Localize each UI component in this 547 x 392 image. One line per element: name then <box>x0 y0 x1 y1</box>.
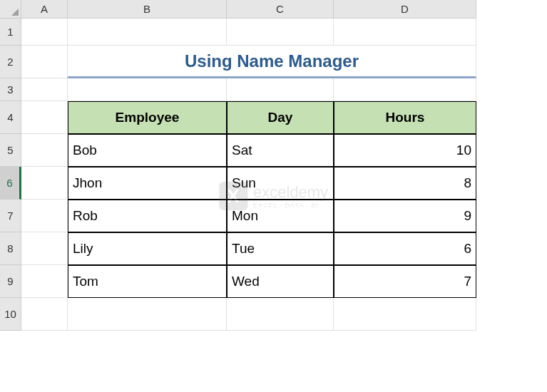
table-row[interactable]: Tue <box>227 232 334 265</box>
table-row[interactable]: 7 <box>334 265 476 298</box>
cell-a4[interactable] <box>21 101 68 134</box>
row-header-2[interactable]: 2 <box>0 46 21 78</box>
cell-c1[interactable] <box>227 19 334 46</box>
table-header-hours[interactable]: Hours <box>334 101 476 134</box>
cell-b1[interactable] <box>68 19 227 46</box>
cell-a5[interactable] <box>21 134 68 167</box>
cell-a1[interactable] <box>21 19 68 46</box>
cell-a9[interactable] <box>21 265 68 298</box>
select-all-corner[interactable] <box>0 0 21 19</box>
row-header-5[interactable]: 5 <box>0 134 21 167</box>
row-header-3[interactable]: 3 <box>0 78 21 101</box>
cell-d10[interactable] <box>334 298 476 331</box>
cell-d3[interactable] <box>334 78 476 101</box>
table-row[interactable]: Bob <box>68 134 227 167</box>
table-row[interactable]: Mon <box>227 200 334 232</box>
cell-a7[interactable] <box>21 200 68 232</box>
cell-c3[interactable] <box>227 78 334 101</box>
cell-c10[interactable] <box>227 298 334 331</box>
table-row[interactable]: 10 <box>334 134 476 167</box>
cell-a6[interactable] <box>21 167 68 200</box>
row-header-1[interactable]: 1 <box>0 19 21 46</box>
table-row[interactable]: 6 <box>334 232 476 265</box>
table-row[interactable]: Jhon <box>68 167 227 200</box>
row-header-9[interactable]: 9 <box>0 265 21 298</box>
row-header-4[interactable]: 4 <box>0 101 21 134</box>
table-row[interactable]: Sat <box>227 134 334 167</box>
cell-a10[interactable] <box>21 298 68 331</box>
table-row[interactable]: Tom <box>68 265 227 298</box>
col-header-d[interactable]: D <box>334 0 476 19</box>
cell-b3[interactable] <box>68 78 227 101</box>
table-header-employee[interactable]: Employee <box>68 101 227 134</box>
row-header-7[interactable]: 7 <box>0 200 21 232</box>
col-header-a[interactable]: A <box>21 0 68 19</box>
row-header-8[interactable]: 8 <box>0 232 21 265</box>
table-row[interactable]: Rob <box>68 200 227 232</box>
spreadsheet-grid: A B C D 1 2 Using Name Manager 3 4 Emplo… <box>0 0 547 331</box>
table-row[interactable]: Sun <box>227 167 334 200</box>
row-header-6[interactable]: 6 <box>0 167 21 200</box>
table-row[interactable]: 9 <box>334 200 476 232</box>
col-header-b[interactable]: B <box>68 0 227 19</box>
table-row[interactable]: Lily <box>68 232 227 265</box>
table-header-day[interactable]: Day <box>227 101 334 134</box>
cell-a8[interactable] <box>21 232 68 265</box>
cell-d1[interactable] <box>334 19 476 46</box>
row-header-10[interactable]: 10 <box>0 298 21 331</box>
cell-a2[interactable] <box>21 46 68 78</box>
cell-b10[interactable] <box>68 298 227 331</box>
table-row[interactable]: 8 <box>334 167 476 200</box>
page-title[interactable]: Using Name Manager <box>68 46 476 78</box>
cell-a3[interactable] <box>21 78 68 101</box>
col-header-c[interactable]: C <box>227 0 334 19</box>
table-row[interactable]: Wed <box>227 265 334 298</box>
